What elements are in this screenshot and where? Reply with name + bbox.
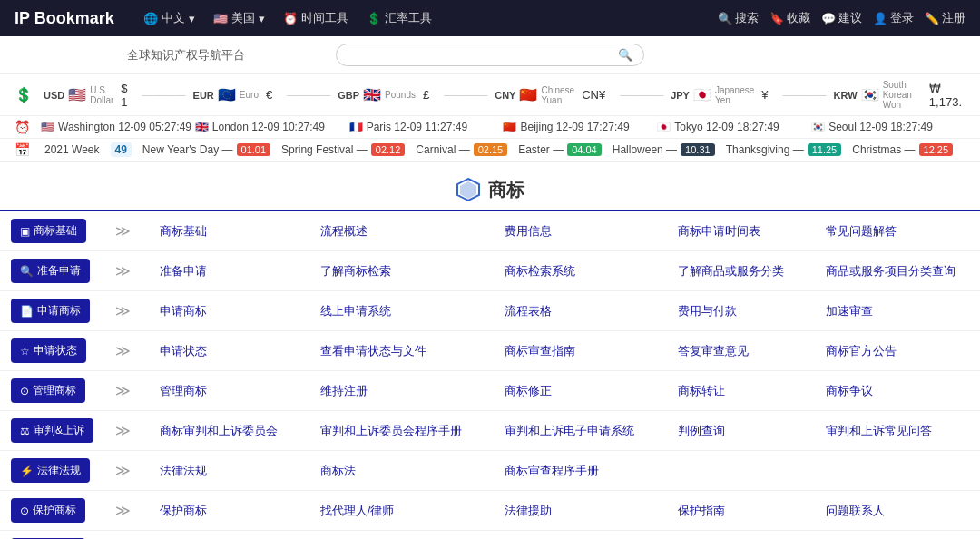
search-action[interactable]: 🔍 搜索 xyxy=(718,10,759,26)
menu-link[interactable]: 流程概述 xyxy=(313,222,375,240)
menu-link[interactable]: 准备申请 xyxy=(152,262,214,279)
menu-link[interactable]: 加速审查 xyxy=(818,302,880,319)
table-row: ⊙ 管理商标≫管理商标维持注册商标修正商标转让商标争议 xyxy=(0,371,980,411)
svg-marker-1 xyxy=(460,181,476,199)
clock-seoul: 🇰🇷 Seoul 12-09 18:27:49 xyxy=(811,121,965,133)
date-christmas: Christmas — 12.25 xyxy=(852,143,953,156)
menu-link[interactable]: 商标法 xyxy=(313,462,363,479)
calendar-row: 📅 2021 Week 49 New Year's Day — 01.01 Sp… xyxy=(0,139,980,162)
menu-link[interactable]: 商品或服务项目分类查询 xyxy=(818,262,963,279)
category-button[interactable]: 📄 申请商标 xyxy=(11,299,90,323)
login-action[interactable]: 👤 登录 xyxy=(873,10,914,26)
christmas-badge: 12.25 xyxy=(919,143,954,156)
menu-link[interactable]: 商标检索系统 xyxy=(497,262,583,279)
search-bar-area: 全球知识产权导航平台 🔍 xyxy=(0,36,980,74)
menu-link[interactable]: 了解商品或服务分类 xyxy=(671,262,791,279)
carnival-badge: 02.15 xyxy=(474,143,508,156)
date-halloween: Halloween — 10.31 xyxy=(612,143,715,156)
currency-icon: 💲 xyxy=(15,86,33,103)
thanksgiving-badge: 11.25 xyxy=(808,143,842,156)
menu-link[interactable]: 法律援助 xyxy=(497,502,559,519)
menu-link[interactable]: 商标争议 xyxy=(818,382,880,399)
menu-link[interactable]: 找代理人/律师 xyxy=(313,502,402,519)
category-button[interactable]: ⊙ 管理商标 xyxy=(11,378,85,403)
clock-icon: ⏰ xyxy=(15,120,30,134)
bookmark-action[interactable]: 🔖 收藏 xyxy=(769,10,810,26)
menu-link[interactable]: 费用信息 xyxy=(497,222,559,240)
date-carnival: Carnival — 02.15 xyxy=(416,143,507,156)
table-row: ⚖ 审判&上诉≫商标审判和上诉委员会审判和上诉委员会程序手册审判和上诉电子申请系… xyxy=(0,411,980,451)
menu-link[interactable]: 商标申请时间表 xyxy=(671,222,768,240)
arrow-icon: ≫ xyxy=(115,223,131,239)
register-icon: ✏️ xyxy=(925,12,939,25)
menu-link[interactable]: 了解商标检索 xyxy=(313,262,398,279)
nav-time-tool[interactable]: ⏰ 时间工具 xyxy=(276,6,356,30)
menu-link[interactable]: 商标修正 xyxy=(497,382,559,399)
category-button[interactable]: 🔍 准备申请 xyxy=(11,259,90,283)
menu-link[interactable]: 保护商标 xyxy=(152,502,214,519)
chat-icon: 💬 xyxy=(821,12,836,25)
menu-link[interactable]: 商标官方公告 xyxy=(818,342,904,359)
menu-link[interactable]: 常见问题解答 xyxy=(818,222,904,240)
suggest-action[interactable]: 💬 建议 xyxy=(821,10,862,26)
menu-link[interactable]: 审判和上诉常见问答 xyxy=(818,422,939,439)
clock-washington: 🇺🇸 Washington 12-09 05:27:49 xyxy=(41,121,195,133)
category-button[interactable]: ⚡ 法律法规 xyxy=(11,458,90,483)
menu-link[interactable]: 审判和上诉委员会程序手册 xyxy=(313,422,469,439)
menu-link[interactable]: 问题联系人 xyxy=(818,502,892,519)
flag-icon: 🇺🇸 xyxy=(213,12,228,25)
menu-link[interactable]: 费用与付款 xyxy=(671,302,744,319)
menu-link[interactable]: 流程表格 xyxy=(497,302,559,319)
arrow-icon: ≫ xyxy=(115,463,131,478)
register-action[interactable]: ✏️ 注册 xyxy=(925,10,965,26)
currency-eur: EUR 🇪🇺 Euro € ———— xyxy=(193,86,338,103)
search-icon: 🔍 xyxy=(718,12,732,25)
table-row: ⚡ 法律法规≫法律法规商标法商标审查程序手册 xyxy=(0,451,980,491)
menu-link[interactable]: 答复审查意见 xyxy=(671,342,756,359)
menu-link[interactable]: 商标审查指南 xyxy=(497,342,583,359)
menu-link[interactable]: 保护指南 xyxy=(671,502,732,519)
menu-link[interactable]: 审判和上诉电子申请系统 xyxy=(497,422,642,439)
arrow-icon: ≫ xyxy=(115,423,131,438)
chevron-down-icon: ▾ xyxy=(189,12,195,25)
menu-link[interactable]: 维持注册 xyxy=(313,382,375,399)
menu-link[interactable]: 判例查询 xyxy=(671,422,732,439)
search-box[interactable]: 🔍 xyxy=(336,44,644,66)
menu-link[interactable]: 商标转让 xyxy=(671,382,732,399)
nav-language[interactable]: 🌐 中文 ▾ xyxy=(136,6,202,30)
clock-row: ⏰ 🇺🇸 Washington 12-09 05:27:49 🇬🇧 London… xyxy=(0,116,980,139)
nav-right: 🔍 搜索 🔖 收藏 💬 建议 👤 登录 ✏️ 注册 xyxy=(718,10,965,26)
trademark-section: 商标 ▣ 商标基础≫商标基础流程概述费用信息商标申请时间表常见问题解答🔍 准备申… xyxy=(0,162,980,539)
table-row: ⊕ 国际事务≫国际事务马德里商标体系商标全球检索系统 xyxy=(0,531,980,540)
platform-title: 全球知识产权导航平台 xyxy=(127,47,245,64)
trademark-header: 商标 xyxy=(0,162,980,211)
category-button[interactable]: ⊙ 保护商标 xyxy=(11,498,85,523)
clock-london: 🇬🇧 London 12-09 10:27:49 xyxy=(195,121,349,133)
search-submit-icon[interactable]: 🔍 xyxy=(618,48,632,62)
user-icon: 👤 xyxy=(873,12,887,25)
date-easter: Easter — 04.04 xyxy=(518,143,602,156)
top-nav: IP Bookmark 🌐 中文 ▾ 🇺🇸 美国 ▾ ⏰ 时间工具 💲 汇率工具… xyxy=(0,0,980,36)
menu-link[interactable]: 商标审查程序手册 xyxy=(497,462,606,479)
nav-exchange-tool[interactable]: 💲 汇率工具 xyxy=(359,6,439,30)
chevron-down-icon: ▾ xyxy=(259,12,265,25)
menu-link[interactable]: 线上申请系统 xyxy=(313,302,398,319)
menu-link[interactable]: 管理商标 xyxy=(152,382,214,399)
search-input[interactable] xyxy=(348,48,618,62)
menu-link[interactable]: 申请商标 xyxy=(152,302,214,319)
bookmark-icon: 🔖 xyxy=(769,12,784,25)
menu-link[interactable]: 法律法规 xyxy=(152,462,214,479)
flag-us: 🇺🇸 xyxy=(41,121,54,133)
trademark-icon xyxy=(456,177,481,202)
arrow-icon: ≫ xyxy=(115,503,131,518)
nav-left: IP Bookmark 🌐 中文 ▾ 🇺🇸 美国 ▾ ⏰ 时间工具 💲 汇率工具 xyxy=(15,6,439,30)
category-button[interactable]: ☆ 申请状态 xyxy=(11,338,86,363)
category-button[interactable]: ⚖ 审判&上诉 xyxy=(11,418,93,443)
nav-country[interactable]: 🇺🇸 美国 ▾ xyxy=(206,6,272,30)
menu-link[interactable]: 查看申请状态与文件 xyxy=(313,342,434,359)
menu-link[interactable]: 商标基础 xyxy=(152,222,214,240)
table-row: ⊙ 保护商标≫保护商标找代理人/律师法律援助保护指南问题联系人 xyxy=(0,491,980,531)
menu-link[interactable]: 申请状态 xyxy=(152,342,214,359)
menu-link[interactable]: 商标审判和上诉委员会 xyxy=(152,422,285,439)
category-button[interactable]: ▣ 商标基础 xyxy=(11,219,86,243)
